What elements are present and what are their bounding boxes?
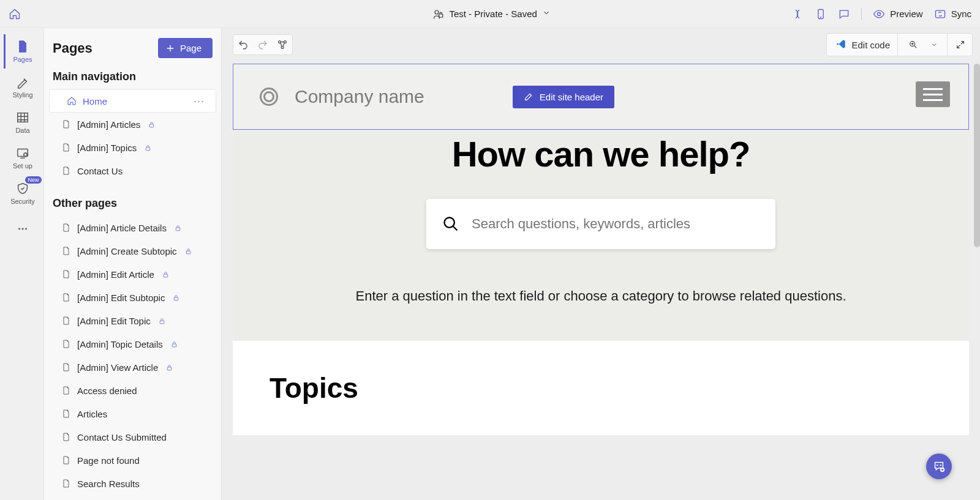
other-page-item[interactable]: [Admin] Topic Details [44,332,221,356]
pages-title: Pages [53,40,92,56]
nav-item-label: [Admin] Edit Article [77,269,154,280]
svg-rect-20 [168,367,172,370]
other-page-item[interactable]: Page not found [44,449,221,472]
relations-button[interactable] [273,35,292,54]
lock-icon [170,340,178,348]
eye-icon [873,8,885,20]
divider [861,8,862,20]
add-page-button[interactable]: Page [158,38,213,58]
company-name: Company name [295,86,424,107]
svg-point-27 [445,218,454,228]
lock-icon [172,294,180,302]
plus-icon [165,43,175,53]
lock-icon [184,247,192,255]
rail-security[interactable]: New Security [4,176,40,211]
nav-item-label: [Admin] Topic Details [77,339,163,349]
nav-item-label: [Admin] Article Details [77,223,167,233]
svg-rect-13 [146,147,151,150]
rail-setup[interactable]: Set up [4,141,40,175]
page-icon [61,246,71,256]
topics-section: Topics [233,341,969,435]
more-icon[interactable]: ··· [194,95,205,108]
svg-rect-15 [186,250,190,253]
sync-button[interactable]: Sync [934,8,971,20]
svg-point-29 [940,465,941,466]
main-nav-item[interactable]: [Admin] Articles [44,113,221,136]
svg-point-26 [265,92,274,102]
svg-point-8 [24,153,28,157]
lock-icon [158,317,166,325]
page-icon [61,316,71,326]
preview-button[interactable]: Preview [873,8,922,20]
copilot-icon[interactable] [791,8,804,20]
new-badge: New [25,176,41,184]
main-nav-item[interactable]: Home··· [49,89,216,113]
svg-rect-6 [18,113,28,122]
svg-rect-1 [439,14,443,17]
svg-point-11 [25,228,27,230]
redo-button[interactable] [253,35,273,54]
canvas: Edit code Company name Edit site header [222,28,980,500]
other-page-item[interactable]: Contact Us Submitted [44,425,221,449]
page-icon [61,166,71,176]
lock-icon [174,224,182,232]
page-icon [61,409,71,419]
page-icon [61,362,71,372]
svg-point-22 [284,41,287,43]
pages-panel: Pages Page Main navigation Home···[Admin… [44,28,222,500]
edit-site-header-button[interactable]: Edit site header [513,86,614,108]
edit-code-button[interactable]: Edit code [828,34,898,56]
page-icon [61,293,71,302]
lock-icon [148,121,156,129]
other-page-item[interactable]: Articles [44,402,221,425]
nav-item-label: Articles [77,409,107,419]
main-nav-item[interactable]: Contact Us [44,159,221,182]
other-page-item[interactable]: Access denied [44,379,221,402]
site-preview: Company name Edit site header How can we… [233,64,969,500]
home-icon[interactable] [9,8,21,20]
rail-pages[interactable]: Pages [4,34,40,69]
svg-rect-18 [160,320,164,323]
svg-point-9 [18,228,20,230]
other-page-item[interactable]: [Admin] View Article [44,356,221,379]
zoom-chevron[interactable] [924,34,944,56]
rail-more[interactable] [4,212,40,246]
undo-button[interactable] [233,35,253,54]
other-page-item[interactable]: [Admin] Article Details [44,216,221,239]
comments-icon[interactable] [838,8,850,20]
home-icon [67,96,77,106]
page-icon [61,143,71,152]
zoom-button[interactable] [903,34,924,56]
nav-item-label: [Admin] Edit Subtopic [77,293,165,303]
svg-point-25 [261,89,277,105]
other-page-item[interactable]: [Admin] Edit Topic [44,309,221,332]
svg-rect-19 [172,343,176,346]
rail-styling[interactable]: Styling [4,70,40,104]
nav-item-label: Contact Us Submitted [77,432,167,442]
other-page-item[interactable]: [Admin] Create Subtopic [44,239,221,263]
hamburger-menu[interactable] [916,81,950,107]
page-icon [61,386,71,395]
nav-item-label: [Admin] View Article [77,362,158,373]
other-page-item[interactable]: [Admin] Edit Subtopic [44,286,221,309]
other-page-item[interactable]: [Admin] Edit Article [44,263,221,286]
search-input[interactable] [472,216,760,232]
site-header[interactable]: Company name Edit site header [233,64,969,130]
nav-item-label: Page not found [77,455,140,466]
chatbot-fab[interactable] [926,453,952,479]
breadcrumb[interactable]: Test - Private - Saved [433,9,550,20]
svg-rect-16 [164,274,168,277]
rail-data[interactable]: Data [4,105,40,140]
main-nav-item[interactable]: [Admin] Topics [44,136,221,159]
svg-rect-12 [150,124,154,127]
chevron-down-icon[interactable] [542,9,551,19]
canvas-scrollbar[interactable] [974,64,980,247]
pencil-icon [524,92,533,102]
other-page-item[interactable]: Search Results [44,472,221,495]
page-icon [61,455,71,465]
svg-rect-14 [176,227,180,230]
mobile-icon[interactable] [815,8,827,20]
search-box[interactable] [426,199,775,249]
expand-button[interactable] [950,34,971,56]
nav-item-label: Search Results [77,479,140,489]
